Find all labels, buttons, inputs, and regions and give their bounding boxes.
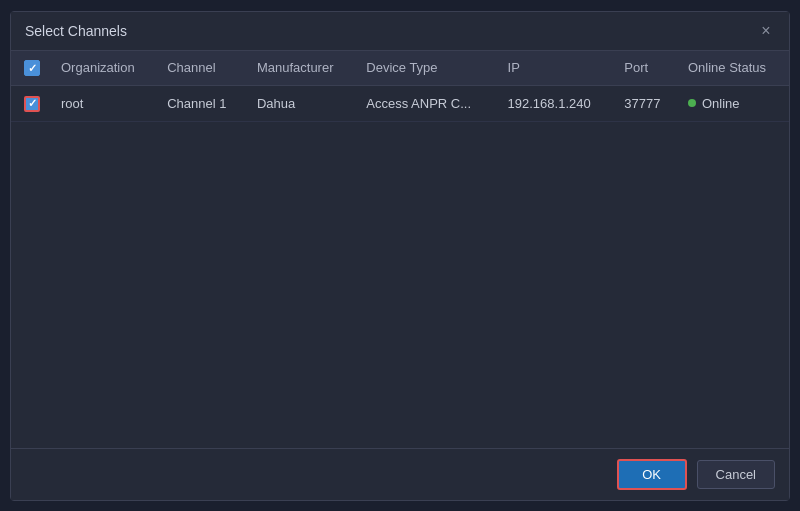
header-channel: Channel (157, 51, 247, 86)
row-channel: Channel 1 (157, 86, 247, 122)
row-online-status: Online (678, 86, 789, 122)
cancel-button[interactable]: Cancel (697, 460, 775, 489)
online-status-cell: Online (688, 96, 779, 111)
row-manufacturer: Dahua (247, 86, 356, 122)
header-ip: IP (498, 51, 615, 86)
row-port: 37777 (614, 86, 678, 122)
select-channels-dialog: Select Channels × Organization Channel M… (10, 11, 790, 501)
header-online-status: Online Status (678, 51, 789, 86)
dialog-header: Select Channels × (11, 12, 789, 51)
online-dot-icon (688, 99, 696, 107)
row-checkbox-cell (11, 86, 51, 122)
header-checkbox-cell (11, 51, 51, 86)
header-device-type: Device Type (356, 51, 497, 86)
table-header-row: Organization Channel Manufacturer Device… (11, 51, 789, 86)
ok-button[interactable]: OK (617, 459, 687, 490)
dialog-footer: OK Cancel (11, 448, 789, 500)
dialog-body: Organization Channel Manufacturer Device… (11, 51, 789, 448)
row-device-type: Access ANPR C... (356, 86, 497, 122)
select-all-checkbox[interactable] (24, 60, 40, 76)
header-manufacturer: Manufacturer (247, 51, 356, 86)
dialog-title: Select Channels (25, 23, 127, 39)
header-organization: Organization (51, 51, 157, 86)
header-port: Port (614, 51, 678, 86)
close-button[interactable]: × (757, 22, 775, 40)
row-organization: root (51, 86, 157, 122)
row-checkbox[interactable] (24, 96, 40, 112)
row-ip: 192.168.1.240 (498, 86, 615, 122)
table-row[interactable]: root Channel 1 Dahua Access ANPR C... 19… (11, 86, 789, 122)
channels-table: Organization Channel Manufacturer Device… (11, 51, 789, 122)
